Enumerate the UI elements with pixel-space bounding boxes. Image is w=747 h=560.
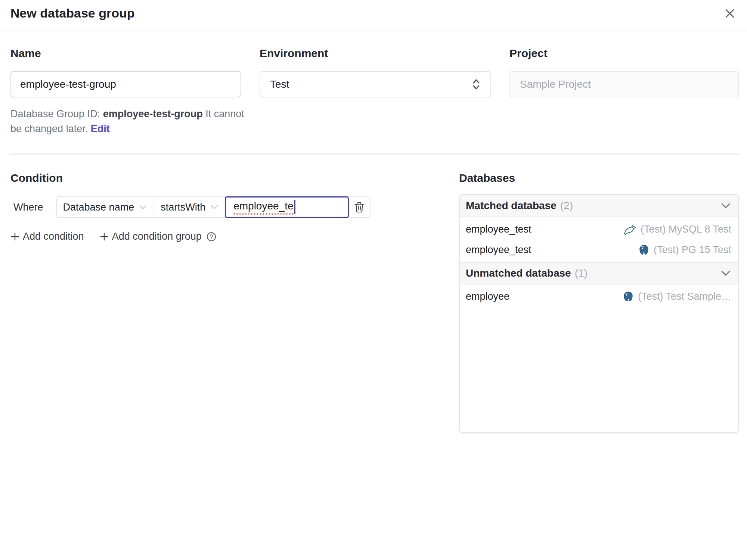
add-condition-button[interactable]: Add condition xyxy=(10,231,84,242)
environment-label: Environment xyxy=(260,47,491,61)
unmatched-database-title: Unmatched database(1) xyxy=(466,267,588,279)
matched-database-header[interactable]: Matched database(2) xyxy=(460,195,738,217)
database-row: employee (Test) Test Sample… xyxy=(460,286,738,307)
chevron-down-icon xyxy=(139,205,147,210)
databases-panel: Matched database(2) employee_test xyxy=(459,194,739,433)
condition-heading: Condition xyxy=(10,172,437,186)
environment-field-group: Environment Test xyxy=(260,47,491,136)
unmatched-database-header[interactable]: Unmatched database(1) xyxy=(460,262,738,284)
matched-database-title: Matched database(2) xyxy=(466,200,573,212)
close-button[interactable] xyxy=(722,5,738,22)
svg-text:?: ? xyxy=(210,233,213,240)
environment-select[interactable]: Test xyxy=(260,71,491,97)
chevron-down-icon xyxy=(210,205,218,210)
environment-selected-value: Test xyxy=(270,78,289,90)
condition-group: Database name startsWith employee_te xyxy=(56,196,371,218)
where-label: Where xyxy=(13,202,43,213)
chevron-down-icon xyxy=(721,270,731,276)
database-instance-label: (Test) PG 15 Test xyxy=(654,244,731,256)
trash-icon xyxy=(354,201,365,213)
project-input: Sample Project xyxy=(509,71,739,97)
help-circle-icon[interactable]: ? xyxy=(206,231,217,242)
name-input[interactable] xyxy=(10,71,241,97)
matched-count: (2) xyxy=(560,200,573,211)
database-name: employee_test xyxy=(466,224,531,235)
factor-select[interactable]: Database name xyxy=(57,197,155,217)
dialog-header: New database group xyxy=(0,0,747,31)
condition-row: Where Database name startsWith xyxy=(10,196,437,218)
group-id-hint: Database Group ID: employee-test-group I… xyxy=(10,106,247,136)
delete-condition-button[interactable] xyxy=(349,197,370,217)
new-database-group-dialog: New database group Name Database Group I… xyxy=(0,0,747,433)
name-field-group: Name Database Group ID: employee-test-gr… xyxy=(10,47,241,136)
text-caret xyxy=(294,200,295,214)
postgresql-icon xyxy=(623,291,634,302)
panel-empty-space xyxy=(460,309,738,432)
database-instance: (Test) PG 15 Test xyxy=(638,244,731,256)
hint-prefix: Database Group ID: xyxy=(10,108,103,119)
project-field-group: Project Sample Project xyxy=(509,47,739,136)
project-value: Sample Project xyxy=(520,78,591,90)
databases-heading: Databases xyxy=(459,172,739,186)
operator-value: startsWith xyxy=(161,202,205,213)
page-title: New database group xyxy=(10,6,135,21)
condition-value-input[interactable]: employee_te xyxy=(225,196,349,218)
updown-chevron-icon xyxy=(472,78,481,91)
project-label: Project xyxy=(509,47,739,61)
condition-section: Condition Where Database name startsWith xyxy=(10,172,437,433)
factor-value: Database name xyxy=(63,202,134,213)
mysql-icon xyxy=(623,224,636,235)
database-instance: (Test) MySQL 8 Test xyxy=(623,224,731,235)
chevron-down-icon xyxy=(721,203,731,209)
name-label: Name xyxy=(10,47,241,61)
matched-title-text: Matched database xyxy=(466,200,557,211)
database-row: employee_test (Test) PG 15 Test xyxy=(460,240,738,260)
database-row: employee_test (Test) MySQL 8 Test xyxy=(460,219,738,240)
add-condition-group-label: Add condition group xyxy=(112,231,202,242)
database-instance-label: (Test) MySQL 8 Test xyxy=(641,224,731,235)
database-name: employee_test xyxy=(466,244,531,256)
plus-icon xyxy=(100,232,109,241)
close-icon xyxy=(724,8,735,19)
matched-database-list: employee_test (Test) MySQL 8 Test xyxy=(460,217,738,262)
database-instance-label: (Test) Test Sample… xyxy=(638,291,731,302)
group-id-value: employee-test-group xyxy=(103,108,203,119)
edit-link[interactable]: Edit xyxy=(91,123,110,134)
plus-icon xyxy=(10,232,19,241)
condition-actions: Add condition Add condition group ? xyxy=(10,231,437,242)
condition-value-text: employee_te xyxy=(233,200,293,215)
unmatched-title-text: Unmatched database xyxy=(466,267,571,279)
database-name: employee xyxy=(466,291,509,302)
operator-select[interactable]: startsWith xyxy=(154,197,225,217)
unmatched-count: (1) xyxy=(575,267,588,279)
group-form: Name Database Group ID: employee-test-gr… xyxy=(0,31,747,136)
postgresql-icon xyxy=(638,245,650,256)
databases-section: Databases Matched database(2) employee_t… xyxy=(459,172,739,433)
database-instance: (Test) Test Sample… xyxy=(623,291,731,302)
unmatched-database-list: employee (Test) Test Sample… xyxy=(460,284,738,309)
add-condition-group-button[interactable]: Add condition group ? xyxy=(100,231,217,242)
add-condition-label: Add condition xyxy=(23,231,84,242)
